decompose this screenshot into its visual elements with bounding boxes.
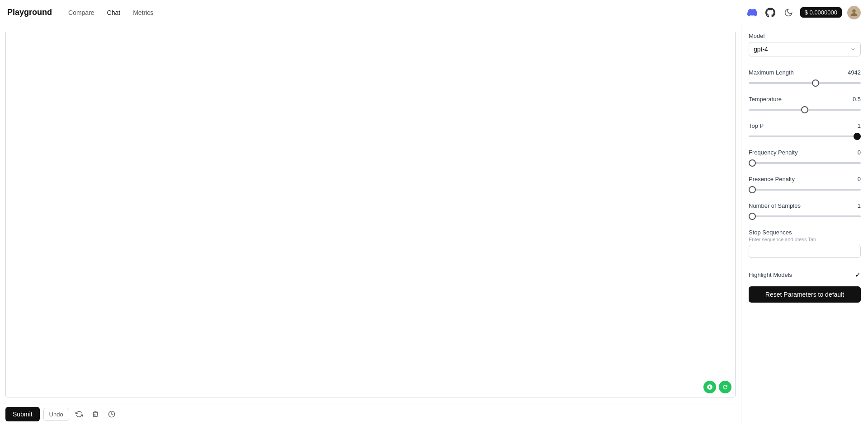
- nav-metrics[interactable]: Metrics: [127, 6, 159, 19]
- top-p-value: 1: [858, 122, 861, 129]
- reset-button[interactable]: Reset Parameters to default: [749, 286, 861, 303]
- num-samples-slider[interactable]: [749, 215, 861, 217]
- svg-point-0: [852, 9, 855, 12]
- top-p-label: Top P: [749, 122, 764, 129]
- max-length-label: Maximum Length: [749, 69, 794, 76]
- presence-penalty-section: Presence Penalty 0: [749, 176, 861, 196]
- frequency-penalty-slider[interactable]: [749, 162, 861, 164]
- nav-chat[interactable]: Chat: [102, 6, 126, 19]
- temperature-slider[interactable]: [749, 109, 861, 111]
- temperature-row: Temperature 0.5: [749, 96, 861, 103]
- frequency-penalty-row: Frequency Penalty 0: [749, 149, 861, 156]
- model-label: Model: [749, 33, 861, 39]
- max-length-slider[interactable]: [749, 82, 861, 84]
- editor-icon-green2[interactable]: [719, 381, 731, 393]
- num-samples-section: Number of Samples 1: [749, 202, 861, 223]
- temperature-section: Temperature 0.5: [749, 96, 861, 116]
- presence-penalty-slider[interactable]: [749, 189, 861, 191]
- presence-penalty-label: Presence Penalty: [749, 176, 795, 182]
- presence-penalty-row: Presence Penalty 0: [749, 176, 861, 182]
- top-p-section: Top P 1: [749, 122, 861, 143]
- submit-button[interactable]: Submit: [5, 407, 40, 421]
- stop-sequences-section: Stop Sequences Enter sequence and press …: [749, 229, 861, 264]
- stop-sequences-label: Stop Sequences: [749, 229, 861, 236]
- editor-content: [5, 31, 736, 397]
- max-length-value: 4942: [848, 69, 861, 76]
- theme-icon[interactable]: [782, 6, 795, 19]
- top-p-row: Top P 1: [749, 122, 861, 129]
- num-samples-row: Number of Samples 1: [749, 202, 861, 209]
- top-p-slider[interactable]: [749, 135, 861, 137]
- avatar[interactable]: [847, 6, 861, 19]
- max-length-section: Maximum Length 4942: [749, 69, 861, 89]
- github-icon[interactable]: [764, 6, 777, 19]
- nav-compare[interactable]: Compare: [63, 6, 100, 19]
- history-button[interactable]: [105, 408, 118, 420]
- temperature-label: Temperature: [749, 96, 782, 103]
- right-panel: Model gpt-4 gpt-3.5-turbo gpt-4-turbo gp…: [741, 25, 868, 425]
- model-select[interactable]: gpt-4 gpt-3.5-turbo gpt-4-turbo gpt-4o: [749, 42, 861, 56]
- discord-icon[interactable]: [746, 6, 759, 19]
- main-layout: Submit Undo Model gpt-4 gpt-3.5-turbo gp…: [0, 25, 868, 425]
- undo-button[interactable]: Undo: [43, 408, 69, 421]
- editor-textarea[interactable]: [6, 31, 735, 397]
- editor-bottom-icons: [703, 381, 731, 393]
- num-samples-value: 1: [858, 202, 861, 209]
- highlight-models-check[interactable]: ✓: [855, 271, 861, 279]
- main-nav: Compare Chat Metrics: [63, 6, 159, 19]
- model-section: Model gpt-4 gpt-3.5-turbo gpt-4-turbo gp…: [749, 33, 861, 63]
- highlight-models-label: Highlight Models: [749, 271, 792, 278]
- num-samples-label: Number of Samples: [749, 202, 801, 209]
- max-length-row: Maximum Length 4942: [749, 69, 861, 76]
- header: Playground Compare Chat Metrics $ 0.0000…: [0, 0, 868, 25]
- highlight-models-row: Highlight Models ✓: [749, 271, 861, 279]
- frequency-penalty-label: Frequency Penalty: [749, 149, 797, 156]
- refresh-button[interactable]: [73, 408, 85, 420]
- delete-button[interactable]: [89, 408, 102, 420]
- frequency-penalty-section: Frequency Penalty 0: [749, 149, 861, 169]
- header-actions: $ 0.0000000: [746, 6, 861, 19]
- stop-sequences-input[interactable]: [749, 245, 861, 258]
- cost-badge[interactable]: $ 0.0000000: [800, 7, 842, 18]
- app-title: Playground: [7, 8, 52, 17]
- presence-penalty-value: 0: [858, 176, 861, 182]
- editor-icon-green1[interactable]: [703, 381, 716, 393]
- editor-area: Submit Undo: [0, 25, 741, 425]
- stop-sequences-hint: Enter sequence and press Tab: [749, 237, 861, 242]
- bottom-toolbar: Submit Undo: [0, 403, 741, 425]
- frequency-penalty-value: 0: [858, 149, 861, 156]
- temperature-value: 0.5: [853, 96, 861, 103]
